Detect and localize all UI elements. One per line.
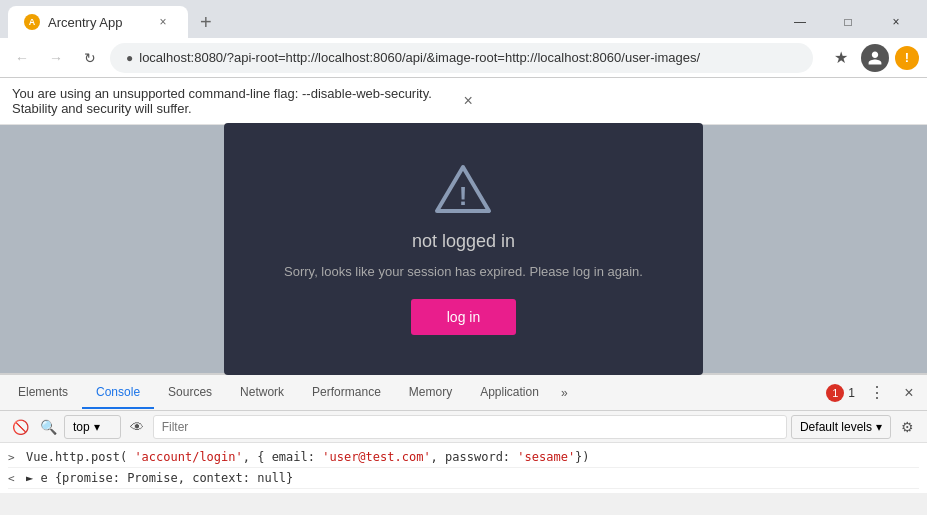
close-button[interactable]: × <box>873 6 919 38</box>
forward-button[interactable]: → <box>42 44 70 72</box>
url-text: localhost:8080/?api-root=http://localhos… <box>139 50 797 65</box>
new-tab-button[interactable]: + <box>188 6 224 38</box>
tab-elements[interactable]: Elements <box>4 377 82 409</box>
tab-console[interactable]: Console <box>82 377 154 409</box>
tab-favicon: A <box>24 14 40 30</box>
console-text-prefix: Vue.http.post( <box>26 450 134 464</box>
address-input[interactable]: ● localhost:8080/?api-root=http://localh… <box>110 43 813 73</box>
window-controls: — □ × <box>777 6 919 38</box>
console-text-2: ► e {promise: Promise, context: null} <box>26 471 919 485</box>
levels-select[interactable]: Default levels ▾ <box>791 415 891 439</box>
tab-bar: A Arcentry App × + <box>8 6 777 38</box>
tab-title: Arcentry App <box>48 15 122 30</box>
tab-memory[interactable]: Memory <box>395 377 466 409</box>
back-button[interactable]: ← <box>8 44 36 72</box>
bookmark-icon[interactable]: ★ <box>827 44 855 72</box>
warning-message: You are using an unsupported command-lin… <box>12 86 460 116</box>
error-count: 1 <box>848 386 855 400</box>
refresh-button[interactable]: ↻ <box>76 44 104 72</box>
levels-dropdown-icon: ▾ <box>876 420 882 434</box>
console-output: > Vue.http.post( 'account/login', { emai… <box>0 443 927 493</box>
minimize-button[interactable]: — <box>777 6 823 38</box>
maximize-button[interactable]: □ <box>825 6 871 38</box>
address-bar: ← → ↻ ● localhost:8080/?api-root=http://… <box>0 38 927 78</box>
warning-bar: You are using an unsupported command-lin… <box>0 78 927 125</box>
console-text-1: Vue.http.post( 'account/login', { email:… <box>26 450 919 464</box>
tab-more-button[interactable]: » <box>553 378 576 408</box>
console-pass: 'sesame' <box>517 450 575 464</box>
eye-icon[interactable]: 👁 <box>125 415 149 439</box>
svg-text:!: ! <box>459 181 468 211</box>
clear-console-icon[interactable]: 🚫 <box>8 415 32 439</box>
devtools-right-controls: 1 1 ⋮ × <box>826 379 923 407</box>
title-bar: A Arcentry App × + — □ × <box>0 0 927 38</box>
context-value: top <box>73 420 90 434</box>
profile-icon[interactable] <box>861 44 889 72</box>
login-modal: ! not logged in Sorry, looks like your s… <box>224 123 703 375</box>
modal-subtitle: Sorry, looks like your session has expir… <box>284 264 643 279</box>
console-mid: , { email: <box>243 450 322 464</box>
login-button[interactable]: log in <box>411 299 516 335</box>
devtools-more-button[interactable]: ⋮ <box>863 379 891 407</box>
console-prompt-2: < <box>8 472 20 485</box>
console-prompt-1: > <box>8 451 20 464</box>
active-tab[interactable]: A Arcentry App × <box>8 6 188 38</box>
warning-notification-icon[interactable]: ! <box>895 46 919 70</box>
lock-icon: ● <box>126 51 133 65</box>
tab-network[interactable]: Network <box>226 377 298 409</box>
console-filter-icon[interactable]: 🔍 <box>36 415 60 439</box>
console-end: }) <box>575 450 589 464</box>
main-content: ! not logged in Sorry, looks like your s… <box>0 125 927 373</box>
devtools-panel: Elements Console Sources Network Perform… <box>0 373 927 493</box>
context-select[interactable]: top ▾ <box>64 415 121 439</box>
console-line-2: < ► e {promise: Promise, context: null} <box>8 468 919 489</box>
modal-title: not logged in <box>412 231 515 252</box>
address-right-controls: ★ ! <box>827 44 919 72</box>
chrome-frame: A Arcentry App × + — □ × ← → ↻ ● localho… <box>0 0 927 125</box>
error-badge: 1 <box>826 384 844 402</box>
tab-sources[interactable]: Sources <box>154 377 226 409</box>
tab-application[interactable]: Application <box>466 377 553 409</box>
levels-value: Default levels <box>800 420 872 434</box>
warning-triangle-icon: ! <box>433 163 493 215</box>
console-email: 'user@test.com' <box>322 450 430 464</box>
console-pass-label: , password: <box>431 450 518 464</box>
context-dropdown-icon: ▾ <box>94 420 100 434</box>
console-method: 'account/login' <box>134 450 242 464</box>
settings-icon[interactable]: ⚙ <box>895 415 919 439</box>
devtools-toolbar: 🚫 🔍 top ▾ 👁 Default levels ▾ ⚙ <box>0 411 927 443</box>
devtools-close-button[interactable]: × <box>895 379 923 407</box>
filter-input[interactable] <box>153 415 787 439</box>
devtools-tab-bar: Elements Console Sources Network Perform… <box>0 375 927 411</box>
tab-close-button[interactable]: × <box>154 13 172 31</box>
console-line-1: > Vue.http.post( 'account/login', { emai… <box>8 447 919 468</box>
warning-close-button[interactable]: × <box>460 92 916 110</box>
tab-performance[interactable]: Performance <box>298 377 395 409</box>
